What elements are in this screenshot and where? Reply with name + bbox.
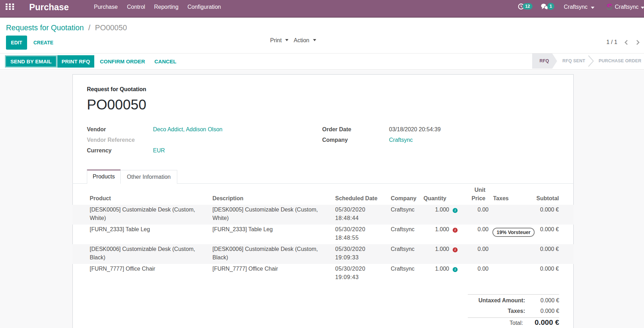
svg-text:S: S [607, 3, 612, 11]
